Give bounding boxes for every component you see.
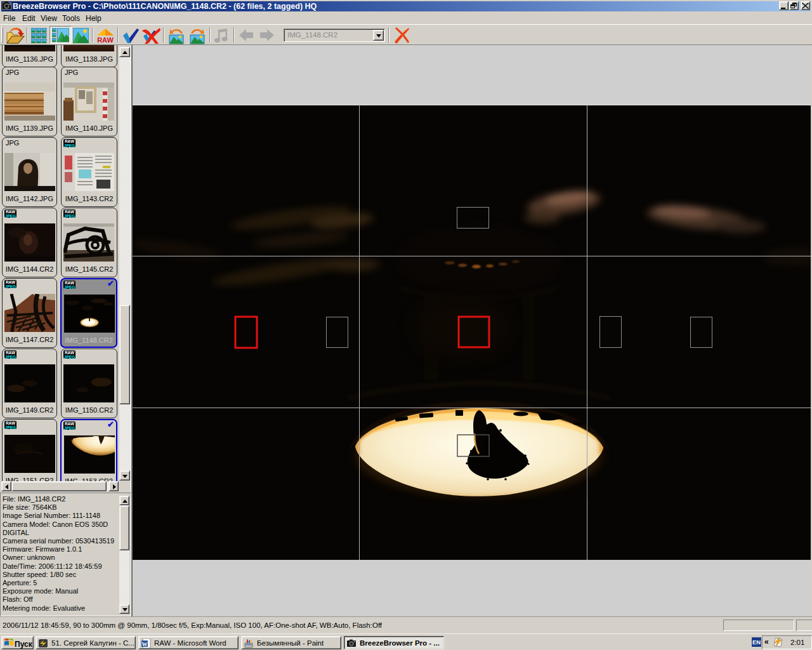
svg-text:W: W xyxy=(142,641,148,647)
svg-text:RAW: RAW xyxy=(97,36,114,44)
